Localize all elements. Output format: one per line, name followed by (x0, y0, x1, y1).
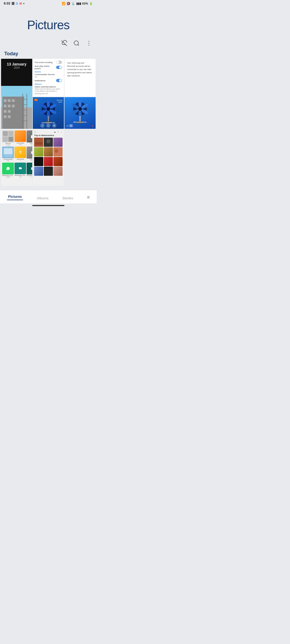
fan-ctrl-3[interactable]: ✕ (52, 123, 56, 128)
fan-video-cell[interactable]: 15 mini pedestal fan SamsungGalaxy (33, 97, 64, 129)
date-main: 13 January (2, 62, 31, 66)
fan-controls: ○ □ ✕ (40, 123, 56, 128)
album-thumbs-2 (34, 167, 63, 176)
album-title: Trip to Maharashtra (34, 134, 63, 137)
settings-section-albums: Albums (35, 83, 62, 85)
svg-rect-49 (3, 137, 8, 142)
album-whatsapp-img[interactable]: WhatsApp Ima... 19435 (2, 163, 14, 178)
album-download[interactable]: Download 4 (15, 147, 26, 162)
photo-icon: 🖼 (12, 2, 15, 5)
search-button[interactable] (73, 40, 80, 47)
onedrive-text: Your Samsung and Microsoft accounts will… (67, 61, 93, 78)
add-icon[interactable]: + (57, 131, 59, 133)
fan-ctrl-1[interactable]: ○ (40, 123, 45, 128)
settings-customisation-sub: On (35, 76, 62, 78)
settings-essential-sub: Show only the albums you select on the A… (35, 88, 62, 95)
album-whatsapp-vid[interactable]: WhatsApp Vid... 146 (15, 163, 26, 178)
cloud-icon-small[interactable]: ☁ (54, 131, 56, 133)
svg-rect-56 (35, 142, 42, 145)
settings-section-stories: Stories (35, 71, 62, 73)
sim-icon: 📶 (62, 2, 66, 5)
settings-cell[interactable]: Full screen scrolling Auto play motion p… (33, 59, 64, 97)
svg-rect-44 (79, 116, 81, 122)
nav-stories[interactable]: Stories (59, 195, 76, 201)
more-icon-small[interactable]: ⋮ (60, 131, 63, 133)
back-icon[interactable]: ◁ (34, 131, 35, 133)
nav-underline (7, 200, 23, 200)
album-screenshots[interactable]: Screenshots 836 (2, 147, 14, 162)
svg-point-58 (46, 139, 50, 144)
svg-rect-47 (3, 131, 8, 136)
album-favourites[interactable]: Favourites 4569 (15, 130, 26, 146)
status-bar: 6:03 🖼 G M • 📶 🔇 📡 ▮▮▮ 63% 🔋 (0, 0, 97, 7)
album-camera[interactable]: Camera 4561 (27, 130, 32, 146)
svg-rect-50 (9, 137, 13, 142)
svg-rect-11 (12, 99, 15, 102)
fan-ctrl-2[interactable]: □ (46, 123, 50, 128)
albums-grid: Recent 27183 Favourites 4569 Camera 4561… (2, 130, 31, 178)
home-indicator (32, 205, 64, 206)
fan-svg (40, 101, 56, 125)
svg-point-3 (89, 41, 89, 42)
svg-rect-12 (4, 105, 6, 107)
battery-percent: 63% (82, 2, 88, 5)
status-left: 6:03 🖼 G M • (4, 2, 24, 5)
onedrive-cell[interactable]: Your Samsung and Microsoft accounts will… (64, 59, 96, 97)
section-today: Today (0, 49, 97, 59)
album-thumbs (34, 138, 63, 166)
svg-line-2 (78, 45, 79, 46)
date-year: 2024 (2, 66, 31, 69)
settings-row-4: Notifications (35, 79, 62, 82)
settings-essential: Select essential albums (35, 86, 62, 88)
svg-rect-34 (48, 116, 49, 122)
svg-rect-17 (4, 115, 6, 118)
toolbar (0, 38, 97, 49)
albums-grid-cell[interactable]: Recent 27183 Favourites 4569 Camera 4561… (1, 129, 32, 186)
mute-icon: 🔇 (67, 2, 70, 5)
album-whatsapp-bus[interactable]: WhatsApp Bus... 471 (27, 163, 32, 178)
svg-rect-9 (4, 99, 6, 102)
svg-rect-10 (8, 99, 10, 102)
album-recent[interactable]: Recent 27183 (2, 130, 14, 146)
nav-albums[interactable]: Albums (34, 195, 52, 201)
signal-bars: ▮▮▮ (76, 2, 81, 5)
svg-point-4 (89, 43, 89, 44)
svg-point-5 (89, 45, 89, 46)
date-photo-cell[interactable]: 13 January 2024 (1, 59, 32, 129)
svg-rect-18 (8, 115, 10, 118)
fan-label-2: Mini pedestal fan (66, 121, 95, 123)
svg-rect-13 (8, 105, 10, 107)
svg-point-1 (74, 41, 78, 45)
svg-point-43 (78, 107, 82, 111)
gmail-icon: M (20, 2, 22, 5)
svg-rect-53 (4, 155, 13, 157)
dot-indicator: • (23, 2, 24, 5)
nav-pictures[interactable]: Pictures (4, 193, 26, 201)
svg-rect-52 (4, 148, 13, 155)
fan-location: 📍 (92, 126, 94, 128)
more-button[interactable] (85, 40, 92, 47)
fan2-controls: ◁ ⬡ (66, 124, 73, 127)
svg-rect-15 (4, 110, 6, 113)
header-area: Pictures (0, 7, 97, 38)
battery-icon: 🔋 (89, 2, 93, 5)
svg-rect-48 (9, 131, 13, 136)
album-camera-2[interactable]: Camera 1325 (27, 147, 32, 162)
hamburger-icon: ≡ (87, 195, 90, 200)
cloud-off-button[interactable] (61, 40, 68, 47)
nav-menu[interactable]: ≡ (84, 193, 93, 201)
trip-album-cell[interactable]: ◁ ☁ + ⋮ Trip to Maharashtra (33, 129, 64, 186)
google-icon: G (16, 2, 18, 5)
settings-row-2: Auto play motion photos (35, 65, 62, 70)
bottom-nav: Pictures Albums Stories ≡ (0, 190, 97, 203)
svg-point-33 (46, 107, 50, 111)
wifi-icon: 📡 (71, 2, 75, 5)
settings-row-1: Full screen scrolling (35, 61, 62, 64)
photo-grid: 13 January 2024 (0, 59, 97, 186)
settings-customisation: Customisation Service (35, 73, 62, 76)
fan-badge: 15 (34, 99, 38, 101)
page-title: Pictures (4, 18, 92, 32)
svg-line-0 (61, 41, 67, 46)
status-right: 📶 🔇 📡 ▮▮▮ 63% 🔋 (62, 2, 93, 5)
fan-photo-cell[interactable]: Mini pedestal fan 📍 ◁ ⬡ (64, 97, 96, 129)
